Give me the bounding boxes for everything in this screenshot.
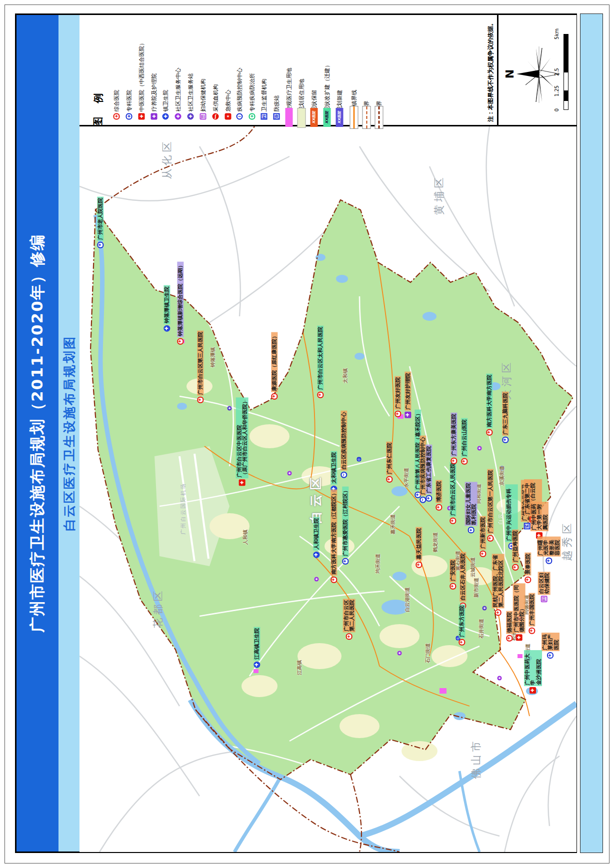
facility-name: 钟落潭镇卫生院 bbox=[164, 285, 170, 324]
legend-item-icon bbox=[225, 113, 232, 120]
facility-label: 嘉天益民医院 bbox=[416, 527, 422, 568]
legend-item-label: 疾病预防控制中心 bbox=[236, 68, 244, 112]
legend-area-swatch bbox=[298, 108, 306, 128]
legend-item-icon bbox=[249, 113, 256, 120]
facility-icon bbox=[317, 392, 324, 398]
town-label: 均禾街道 bbox=[374, 554, 382, 574]
facility-icon bbox=[487, 535, 494, 542]
facility-icon bbox=[164, 325, 170, 332]
town-label: 白云湖街道 bbox=[404, 587, 411, 612]
facility-label: 广安医院 bbox=[450, 559, 456, 590]
facility-label: 景泰医院 bbox=[524, 553, 531, 583]
facility-label: 广州益寿医院 bbox=[512, 530, 518, 571]
scalebar-segment bbox=[564, 34, 568, 72]
district-label: 黄埔区 bbox=[432, 175, 446, 215]
facility-name: 广州市白云区第三人民医院 bbox=[197, 331, 204, 396]
facility-label: 钟落潭镇新增综合医院（远期） bbox=[177, 262, 184, 345]
legend-item-icon bbox=[188, 113, 194, 120]
facility-name: 嘉天益民医院 bbox=[416, 527, 422, 561]
facility-icon bbox=[495, 609, 502, 616]
facility-icon bbox=[450, 518, 456, 524]
facility-icon bbox=[342, 558, 348, 565]
legend-item-icon bbox=[162, 113, 169, 120]
facility-name: 广州市白云区第一人民医院 bbox=[487, 469, 494, 534]
facility-icon bbox=[480, 551, 486, 557]
facility-icon bbox=[450, 458, 457, 464]
facility-label: 广州市惠爱医院（江村院区） bbox=[342, 487, 348, 565]
map-art bbox=[80, 126, 576, 852]
facility-icon bbox=[271, 393, 278, 400]
facility-icon bbox=[254, 662, 260, 668]
town-label: 永平街道 bbox=[403, 468, 410, 488]
facility-name: 广州益寿医院 bbox=[512, 530, 518, 563]
facility-icon bbox=[313, 552, 320, 558]
facility-label: 南方医科大学南方医院（江都院区） bbox=[330, 490, 337, 583]
facility-icon bbox=[458, 639, 465, 646]
legend-swatch-text: XX医院 bbox=[337, 111, 342, 124]
facility-name: 广州市白云区中医医院 （原广州市白云区人和华侨医院） bbox=[236, 398, 248, 479]
facility-label: 广州市老人院医院 bbox=[97, 197, 104, 248]
scalebar-tick: 5km bbox=[554, 28, 560, 39]
legend-title: 图 例 bbox=[92, 88, 105, 127]
facility-icon bbox=[461, 458, 468, 465]
facility-name: 广州市中医医院（同德围分院） bbox=[513, 583, 526, 633]
minor-marker bbox=[498, 672, 502, 681]
facility-icon bbox=[512, 564, 518, 571]
facility-label: 广州东仁医院 bbox=[386, 442, 392, 483]
town-label: 京溪街道 bbox=[498, 466, 506, 486]
facility-name: 广州丰国医院 bbox=[528, 593, 535, 627]
facility-name: 广州市惠爱医院（江村院区） bbox=[342, 487, 348, 557]
facility-icon bbox=[524, 523, 530, 529]
legend-item-icon bbox=[114, 113, 120, 120]
facility-label: 国际妇女儿童医院 凯利医院 bbox=[465, 482, 478, 533]
facility-label: 广东三九脑科医院 bbox=[502, 392, 508, 443]
town-label: 新市街道 bbox=[473, 578, 480, 598]
legend-line-swatch bbox=[375, 106, 384, 129]
facility-icon bbox=[506, 635, 512, 642]
facility-label: 江高镇卫生院 bbox=[254, 627, 260, 668]
facility-name: 江高镇卫生院 bbox=[254, 627, 260, 661]
facility-label: 广州友好医院 bbox=[394, 376, 401, 417]
facility-name: 广州友好医院 bbox=[394, 376, 401, 410]
legend-area-swatch: XX医院 bbox=[336, 108, 344, 127]
facility-label: 广州丰国医院 bbox=[528, 593, 535, 634]
scalebar-tick: 2.5 bbox=[554, 68, 560, 76]
minor-marker-icon bbox=[314, 577, 319, 581]
legend-item-label: 卫生监督机构 bbox=[260, 79, 268, 112]
minor-marker bbox=[482, 602, 487, 611]
facility-icon bbox=[177, 338, 184, 345]
facility-label: 民航广州医院、广东省 第二人民医院北院区 bbox=[492, 554, 504, 616]
facility-icon bbox=[528, 628, 535, 634]
minor-marker-icon bbox=[228, 406, 232, 410]
scalebar-segment bbox=[564, 91, 568, 100]
legend-item-label: 专科医院 bbox=[126, 90, 133, 112]
facility-name: 德福医院 bbox=[506, 611, 512, 634]
facility-name: 广东三九脑科医院 bbox=[502, 392, 508, 436]
legend-swatch-text: XX医院 bbox=[312, 111, 316, 124]
facility-name: 广东省工伤康复医院 bbox=[426, 445, 432, 494]
legend-area-swatch: XX医院 bbox=[310, 108, 318, 127]
legend-panel: 图 例 综合医院 专科医院 中医医院（中西医结合医院） 疗养院及护理院 bbox=[80, 15, 498, 126]
legend-item-label: 防疫站 bbox=[273, 95, 280, 112]
facility-label: 康源医院（原红康医院） bbox=[271, 332, 278, 400]
legend-item-label: 采供血机构 bbox=[212, 84, 220, 112]
facility-icon bbox=[404, 412, 411, 418]
facility-name: 民航广州医院、广东省 第二人民医院北院区 bbox=[492, 554, 504, 608]
facility-icon bbox=[524, 577, 531, 583]
minor-marker-icon bbox=[357, 457, 362, 462]
bottom-margin-bar bbox=[580, 13, 603, 853]
legend-item-icon bbox=[151, 113, 158, 120]
facility-name: 广州市白云区太和人民医院 bbox=[317, 326, 324, 391]
facility-label: 广州市白云区 第二人民医院 bbox=[343, 599, 356, 640]
facility-icon bbox=[486, 429, 492, 436]
facility-label: 博济医院 bbox=[436, 480, 442, 511]
legend-item-label: 疗养院及护理院 bbox=[150, 73, 158, 112]
legend-item-icon bbox=[175, 113, 182, 120]
facility-name: 白云区石井人民医院 bbox=[460, 552, 466, 602]
facility-label: 德福医院 bbox=[506, 611, 512, 642]
legend-item-label: 社区卫生服务中心 bbox=[174, 68, 182, 112]
facility-name: 广州新市医院 bbox=[480, 516, 486, 550]
facility-label: 广州友好护理院 bbox=[404, 372, 411, 418]
facility-label: 广州市白云区中医医院 （原广州市白云区人和华侨医院） bbox=[236, 398, 248, 486]
facility-name: 人和镇卫生院 bbox=[313, 517, 320, 551]
